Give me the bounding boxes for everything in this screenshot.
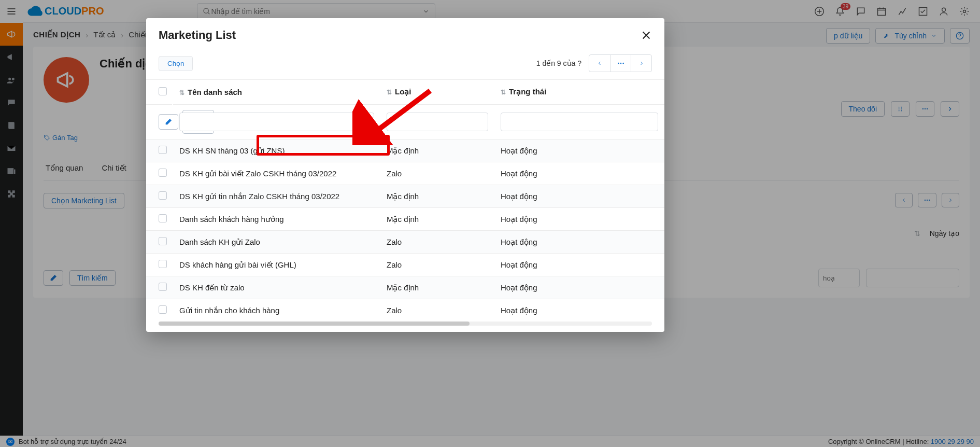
sort-icon[interactable]: ⇅ [501, 89, 506, 96]
table-row[interactable]: DS khách hàng gửi bài viết (GHL)ZaloHoạt… [146, 254, 664, 276]
modal-title: Marketing List [159, 29, 236, 42]
cell-type: Mặc định [380, 276, 494, 299]
pager-text: 1 đến 9 của ? [536, 59, 581, 67]
cell-type: Zalo [380, 254, 494, 276]
sort-icon[interactable]: ⇅ [387, 89, 392, 96]
row-checkbox[interactable] [159, 191, 167, 200]
row-checkbox[interactable] [159, 283, 167, 291]
pager-more-button[interactable] [610, 55, 631, 72]
cell-type: Zalo [380, 299, 494, 322]
cell-status: Hoạt động [494, 231, 664, 254]
cell-status: Hoạt động [494, 185, 664, 208]
chevron-right-icon [638, 60, 645, 66]
cell-type: Zalo [380, 231, 494, 254]
row-checkbox[interactable] [159, 260, 167, 268]
pager-next-button[interactable] [631, 55, 651, 72]
cell-type: Mặc định [380, 208, 494, 231]
table-row[interactable]: Danh sách khách hàng hưởngMặc địnhHoạt đ… [146, 208, 664, 231]
marketing-list-modal: Marketing List Chọn 1 đến 9 của ? ⇅Tên d… [146, 18, 664, 332]
cell-name: Danh sách khách hàng hưởng [173, 208, 380, 231]
svg-point-27 [622, 63, 624, 64]
marketing-list-table: ⇅Tên danh sách ⇅Loại ⇅Trạng thái Tìm kiế… [146, 79, 664, 322]
svg-point-26 [620, 63, 621, 64]
cell-type: Zalo [380, 162, 494, 185]
cell-type: Mặc định [380, 139, 494, 162]
col-header-status[interactable]: Trạng thái [509, 87, 546, 96]
modal-close-button[interactable] [641, 30, 652, 41]
svg-point-25 [618, 63, 619, 64]
cell-name: DS KH gửi tin nhắn Zalo CSKH tháng 03/20… [173, 185, 380, 208]
ellipsis-icon [617, 59, 625, 67]
col-header-name[interactable]: Tên danh sách [188, 88, 242, 96]
pager-prev-button[interactable] [589, 55, 610, 72]
eraser-icon [164, 118, 173, 126]
col-header-type[interactable]: Loại [395, 87, 411, 96]
table-row[interactable]: DS KH đến từ zaloMặc địnhHoạt động [146, 276, 664, 299]
filter-status-input[interactable] [501, 113, 658, 131]
row-checkbox[interactable] [159, 305, 167, 314]
row-checkbox[interactable] [159, 237, 167, 245]
cell-name: DS KH SN tháng 03 (gửi ZNS) [173, 139, 380, 162]
cell-name: Gửi tin nhắn cho khách hàng [173, 299, 380, 322]
cell-status: Hoạt động [494, 254, 664, 276]
scrollbar-thumb[interactable] [159, 322, 470, 326]
table-row[interactable]: DS KH gửi tin nhắn Zalo CSKH tháng 03/20… [146, 185, 664, 208]
filter-type-input[interactable] [387, 113, 488, 131]
select-all-checkbox[interactable] [159, 87, 167, 95]
filter-name-input[interactable] [179, 113, 374, 131]
cell-status: Hoạt động [494, 276, 664, 299]
cell-name: DS KH đến từ zalo [173, 276, 380, 299]
row-checkbox[interactable] [159, 169, 167, 177]
cell-name: Danh sách KH gửi Zalo [173, 231, 380, 254]
cell-status: Hoạt động [494, 139, 664, 162]
horizontal-scrollbar[interactable] [159, 322, 652, 326]
chevron-left-icon [596, 60, 603, 66]
sort-icon[interactable]: ⇅ [179, 89, 184, 96]
row-checkbox[interactable] [159, 146, 167, 154]
modal-choose-button[interactable]: Chọn [159, 56, 193, 71]
table-row[interactable]: Gửi tin nhắn cho khách hàngZaloHoạt động [146, 299, 664, 322]
cell-name: DS khách hàng gửi bài viết (GHL) [173, 254, 380, 276]
close-icon [641, 30, 652, 41]
cell-status: Hoạt động [494, 162, 664, 185]
table-row[interactable]: DS KH gửi bài viết Zalo CSKH tháng 03/20… [146, 162, 664, 185]
cell-status: Hoạt động [494, 299, 664, 322]
cell-status: Hoạt động [494, 208, 664, 231]
cell-type: Mặc định [380, 185, 494, 208]
table-row[interactable]: Danh sách KH gửi ZaloZaloHoạt động [146, 231, 664, 254]
table-row[interactable]: DS KH SN tháng 03 (gửi ZNS)Mặc địnhHoạt … [146, 139, 664, 162]
modal-clear-filters-button[interactable] [159, 114, 178, 130]
row-checkbox[interactable] [159, 214, 167, 222]
cell-name: DS KH gửi bài viết Zalo CSKH tháng 03/20… [173, 162, 380, 185]
